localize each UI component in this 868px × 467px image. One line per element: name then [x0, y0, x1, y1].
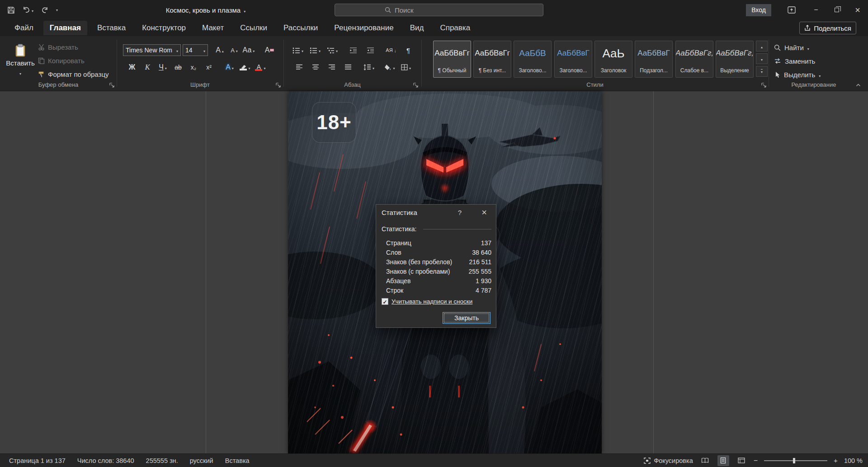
sign-in-button[interactable]: Вход	[746, 4, 771, 16]
zoom-out-button[interactable]	[754, 457, 758, 465]
copy-label: Копировать	[48, 57, 85, 65]
numbering-icon	[310, 47, 317, 54]
restore-button[interactable]	[826, 0, 847, 20]
share-button[interactable]: Поделиться	[799, 22, 856, 34]
style-tile-normal[interactable]: АаБбВвГг ¶ Обычный	[433, 41, 471, 78]
tab-mailings[interactable]: Рассылки	[277, 21, 324, 35]
save-icon[interactable]	[7, 6, 15, 14]
numbering-button[interactable]	[309, 44, 321, 56]
style-tile-subtle-emphasis[interactable]: АаБбВвГг, Слабое в...	[675, 41, 713, 78]
line-spacing-button[interactable]	[363, 61, 375, 73]
chevron-down-icon	[319, 46, 321, 54]
tab-insert[interactable]: Вставка	[91, 21, 132, 35]
superscript-button[interactable]: x²	[203, 61, 215, 73]
tab-design[interactable]: Конструктор	[136, 21, 192, 35]
highlight-button[interactable]	[239, 61, 251, 73]
style-tile-heading2[interactable]: АаБбВвГ Заголово...	[554, 41, 592, 78]
char-count[interactable]: 255555 зн.	[146, 457, 178, 464]
clear-formatting-button[interactable]: А	[263, 44, 276, 56]
language-indicator[interactable]: русский	[190, 457, 213, 464]
word-count[interactable]: Число слов: 38640	[77, 457, 134, 464]
stat-value: 4 787	[476, 287, 491, 294]
tab-help[interactable]: Справка	[434, 21, 476, 35]
tab-view[interactable]: Вид	[404, 21, 430, 35]
tab-references[interactable]: Ссылки	[234, 21, 274, 35]
checkbox-box[interactable]	[382, 298, 388, 305]
collapse-ribbon-icon[interactable]	[855, 82, 862, 88]
decrease-indent-button[interactable]	[347, 44, 359, 56]
ribbon-display-options-icon[interactable]	[784, 0, 799, 20]
print-layout-button[interactable]	[717, 455, 729, 466]
borders-button[interactable]	[400, 61, 412, 73]
format-painter-button[interactable]: Формат по образцу	[38, 70, 109, 78]
multilevel-list-button[interactable]	[326, 44, 339, 56]
redo-button[interactable]	[41, 6, 49, 14]
styles-dialog-launcher-icon[interactable]	[761, 82, 768, 88]
bold-button[interactable]: Ж	[126, 61, 138, 73]
text-effects-button[interactable]: А	[223, 61, 236, 73]
tab-home[interactable]: Главная	[43, 21, 87, 35]
font-dialog-launcher-icon[interactable]	[276, 82, 282, 88]
close-button[interactable]	[847, 0, 868, 20]
zoom-slider-handle[interactable]	[793, 458, 795, 463]
include-textboxes-checkbox[interactable]: Учитывать надписи и сноски	[382, 298, 472, 305]
web-layout-button[interactable]	[736, 455, 747, 466]
align-center-button[interactable]	[309, 61, 322, 73]
style-tile-no-spacing[interactable]: АаБбВвГг ¶ Без инт...	[473, 41, 511, 78]
copy-button[interactable]: Копировать	[38, 57, 85, 65]
font-size-combobox[interactable]: 14	[183, 44, 208, 56]
shading-button[interactable]	[383, 61, 396, 73]
group-separator	[421, 40, 422, 87]
tab-review[interactable]: Рецензирование	[328, 21, 400, 35]
grow-font-button[interactable]: А	[213, 44, 226, 56]
strikethrough-button[interactable]: ab	[172, 61, 184, 73]
dialog-help-button[interactable]: ?	[452, 205, 467, 220]
paragraph-dialog-launcher-icon[interactable]	[413, 82, 420, 88]
zoom-slider[interactable]	[764, 460, 827, 461]
document-title[interactable]: Космос, кровь и плазма	[131, 0, 280, 20]
tab-layout[interactable]: Макет	[196, 21, 230, 35]
italic-button[interactable]: К	[141, 61, 154, 73]
zoom-level[interactable]: 100 %	[844, 457, 863, 464]
customize-quick-access-icon[interactable]	[56, 8, 58, 12]
focus-mode-button[interactable]: Фокусировка	[644, 457, 693, 464]
style-tile-title[interactable]: АаЬ Заголовок	[594, 41, 632, 78]
paste-button[interactable]: Вставить	[7, 40, 33, 80]
select-button[interactable]: Выделить	[774, 69, 821, 80]
dialog-close-action-button[interactable]: Закрыть	[443, 312, 491, 324]
justify-button[interactable]	[342, 61, 354, 73]
font-name-combobox[interactable]: Times New Rom	[123, 44, 181, 56]
tab-file[interactable]: Файл	[8, 21, 40, 35]
replace-button[interactable]: Заменить	[774, 55, 815, 67]
style-tile-emphasis[interactable]: АаБбВвГг, Выделение	[716, 41, 754, 78]
search-input[interactable]: Поиск	[335, 4, 543, 16]
dialog-close-button[interactable]	[475, 205, 493, 220]
font-color-button[interactable]: А	[254, 61, 267, 73]
styles-gallery-more-button[interactable]	[756, 66, 768, 77]
page-indicator[interactable]: Страница 1 из 137	[9, 457, 66, 464]
align-right-button[interactable]	[326, 61, 338, 73]
read-mode-button[interactable]	[699, 455, 711, 466]
bullets-button[interactable]	[292, 44, 304, 56]
insert-mode-indicator[interactable]: Вставка	[225, 457, 250, 464]
styles-gallery-up-button[interactable]	[756, 41, 768, 51]
show-marks-button[interactable]: ¶	[402, 44, 415, 56]
cut-button[interactable]: Вырезать	[38, 43, 78, 51]
style-label: Заголово...	[555, 65, 592, 75]
undo-button[interactable]	[22, 6, 33, 14]
zoom-in-button[interactable]	[834, 457, 838, 464]
sort-button[interactable]: АЯ	[385, 44, 397, 56]
style-tile-subtitle[interactable]: АаБбВвГ Подзагол...	[635, 41, 673, 78]
align-left-button[interactable]	[293, 61, 306, 73]
style-tile-heading1[interactable]: АаБбВ Заголово...	[514, 41, 552, 78]
increase-indent-button[interactable]	[364, 44, 377, 56]
underline-button[interactable]: Ч	[156, 61, 169, 73]
subscript-button[interactable]: x₂	[187, 61, 200, 73]
styles-gallery-down-button[interactable]	[756, 53, 768, 64]
clipboard-dialog-launcher-icon[interactable]	[109, 82, 116, 88]
shrink-font-button[interactable]: А	[228, 44, 241, 56]
chevron-up-icon	[761, 42, 763, 50]
change-case-button[interactable]: Аа	[242, 44, 255, 56]
find-button[interactable]: Найти	[774, 42, 809, 53]
minimize-button[interactable]	[806, 0, 826, 20]
